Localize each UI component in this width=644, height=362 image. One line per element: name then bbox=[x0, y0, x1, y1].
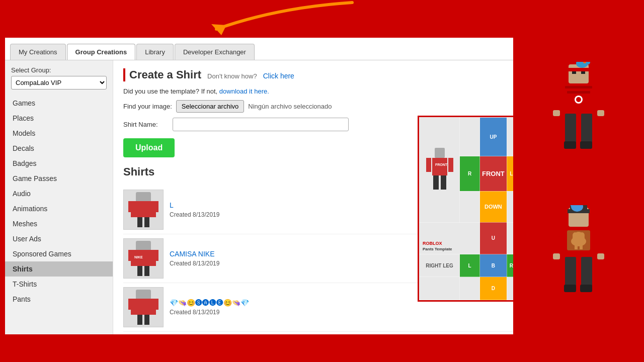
shirt-name-link[interactable]: L bbox=[170, 201, 219, 209]
svg-rect-19 bbox=[144, 266, 149, 276]
find-image-row: Find your image: Seleccionar archivo Nin… bbox=[123, 100, 629, 113]
svg-rect-26 bbox=[144, 315, 149, 325]
sidebar-item-audio[interactable]: Audio bbox=[5, 186, 113, 201]
create-shirt-header: Create a Shirt Don't know how? Click her… bbox=[123, 68, 629, 81]
shirt-created-date: Created 8/13/2019 bbox=[170, 309, 249, 316]
svg-rect-17 bbox=[154, 250, 158, 261]
svg-rect-5 bbox=[433, 175, 439, 190]
tab-library[interactable]: Library bbox=[136, 44, 174, 60]
sidebar-item-pants[interactable]: Pants bbox=[5, 292, 113, 307]
no-file-selected-text: Ningún archivo seleccionado bbox=[248, 103, 332, 110]
sidebar-item-animations[interactable]: Animations bbox=[5, 201, 113, 216]
shirt-thumbnail bbox=[123, 190, 164, 230]
svg-rect-13 bbox=[144, 217, 149, 227]
svg-rect-6 bbox=[441, 175, 446, 190]
svg-rect-11 bbox=[154, 201, 158, 212]
svg-rect-24 bbox=[154, 299, 158, 310]
group-select[interactable]: CompaLalo VIP bbox=[11, 76, 107, 89]
tab-group-creations[interactable]: Group Creations bbox=[67, 44, 136, 60]
shirt-info: CAMISA NIKE Created 8/13/2019 bbox=[170, 250, 219, 267]
select-group-label: Select Group: bbox=[5, 66, 113, 76]
sidebar-item-user-ads[interactable]: User Ads bbox=[5, 231, 113, 246]
svg-rect-9 bbox=[131, 201, 156, 217]
file-select-button[interactable]: Seleccionar archivo bbox=[176, 100, 244, 113]
sidebar-item-shirts[interactable]: Shirts bbox=[5, 261, 113, 277]
tab-bar: My Creations Group Creations Library Dev… bbox=[5, 38, 639, 60]
svg-rect-22 bbox=[131, 299, 156, 315]
svg-rect-4 bbox=[448, 158, 453, 172]
sidebar-nav: Games Places Models Decals Badges Game P… bbox=[5, 96, 113, 307]
shirt-name-link[interactable]: CAMISA NIKE bbox=[170, 250, 219, 258]
shirt-name-link[interactable]: 💎👒😊🅢🅐🅛🅔😊👒💎 bbox=[170, 299, 249, 307]
shirt-thumbnail: NIKE bbox=[123, 238, 164, 279]
shirt-created-date: Created 8/13/2019 bbox=[170, 260, 219, 267]
sidebar: Select Group: CompaLalo VIP Games Places… bbox=[5, 60, 113, 334]
download-link[interactable]: download it here. bbox=[219, 87, 269, 95]
svg-rect-3 bbox=[426, 158, 431, 172]
sidebar-item-game-passes[interactable]: Game Passes bbox=[5, 171, 113, 186]
svg-text:NIKE: NIKE bbox=[134, 255, 143, 259]
main-panel: Create a Shirt Don't know how? Click her… bbox=[113, 60, 639, 334]
svg-rect-14 bbox=[136, 241, 151, 251]
shirt-name-label: Shirt Name: bbox=[123, 121, 169, 128]
template-diagram: FRONT UP TORSO R FRONT L BAC bbox=[418, 116, 629, 302]
click-here-link[interactable]: Click here bbox=[263, 72, 294, 80]
sidebar-item-sponsored-games[interactable]: Sponsored Games bbox=[5, 246, 113, 261]
svg-rect-8 bbox=[136, 192, 151, 202]
svg-rect-16 bbox=[128, 250, 132, 261]
svg-rect-12 bbox=[137, 217, 142, 227]
sidebar-item-games[interactable]: Games bbox=[5, 96, 113, 111]
svg-text:FRONT: FRONT bbox=[435, 163, 448, 166]
svg-rect-10 bbox=[128, 201, 132, 212]
shirt-created-date: Created 8/13/2019 bbox=[170, 211, 219, 218]
page-title: Create a Shirt bbox=[123, 68, 201, 81]
body-area: Select Group: CompaLalo VIP Games Places… bbox=[5, 60, 639, 334]
find-image-label: Find your image: bbox=[123, 103, 172, 110]
sidebar-item-places[interactable]: Places bbox=[5, 111, 113, 126]
sidebar-item-t-shirts[interactable]: T-Shirts bbox=[5, 277, 113, 292]
cell-up: UP bbox=[480, 118, 507, 156]
svg-rect-18 bbox=[137, 266, 142, 276]
svg-rect-1 bbox=[435, 148, 445, 158]
svg-rect-21 bbox=[136, 290, 151, 300]
sidebar-item-meshes[interactable]: Meshes bbox=[5, 216, 113, 231]
sidebar-item-models[interactable]: Models bbox=[5, 126, 113, 141]
sidebar-item-decals[interactable]: Decals bbox=[5, 141, 113, 156]
shirt-name-input[interactable] bbox=[173, 118, 349, 131]
svg-rect-2 bbox=[432, 158, 447, 175]
shirt-thumbnail bbox=[123, 287, 164, 327]
template-text: Did you use the template? If not, downlo… bbox=[123, 87, 629, 95]
shirt-info: L Created 8/13/2019 bbox=[170, 201, 219, 218]
tab-developer-exchange[interactable]: Developer Exchanger bbox=[175, 44, 255, 60]
tab-my-creations[interactable]: My Creations bbox=[10, 44, 66, 60]
sidebar-item-badges[interactable]: Badges bbox=[5, 156, 113, 171]
upload-button[interactable]: Upload bbox=[123, 138, 175, 157]
svg-rect-25 bbox=[137, 315, 142, 325]
dont-know-text: Don't know how? bbox=[207, 72, 257, 80]
svg-rect-23 bbox=[128, 299, 132, 310]
shirt-info: 💎👒😊🅢🅐🅛🅔😊👒💎 Created 8/13/2019 bbox=[170, 299, 249, 316]
